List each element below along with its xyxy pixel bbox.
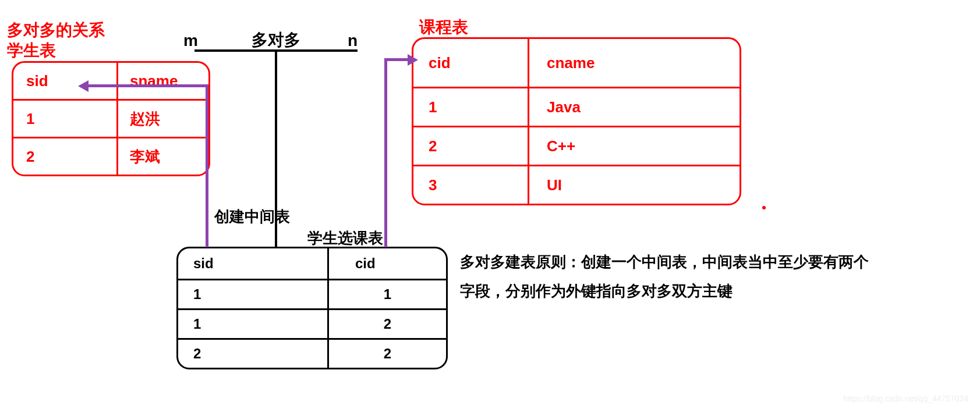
cell-sid: 2 — [13, 138, 118, 175]
cell-cid: 1 — [329, 280, 446, 308]
arrow-sid-vertical — [206, 84, 208, 247]
course-table: cid cname 1 Java 2 C++ 3 UI — [412, 37, 741, 205]
arrow-sid-horizontal — [89, 84, 208, 87]
col-cid-header: cid — [329, 248, 446, 279]
cell-cname: C++ — [529, 127, 740, 165]
junction-table: sid cid 1 1 1 2 2 2 — [176, 247, 448, 369]
arrow-sid-head-icon — [78, 80, 89, 92]
arrow-cid-head-icon — [408, 54, 418, 66]
relation-center-label: 多对多 — [252, 29, 300, 51]
course-table-title: 课程表 — [419, 16, 468, 38]
cell-sname: 赵洪 — [118, 101, 208, 137]
cell-sid: 2 — [178, 340, 329, 368]
col-cname-header: cname — [529, 39, 740, 87]
col-sid-header: sid — [13, 63, 118, 99]
junction-table-title: 学生选课表 — [307, 228, 383, 248]
cell-sid: 1 — [13, 101, 118, 137]
arrow-cid-horizontal — [384, 58, 409, 61]
table-row: 1 赵洪 — [13, 99, 208, 137]
cell-sname: 李斌 — [118, 138, 208, 175]
cell-cid: 2 — [329, 310, 446, 338]
relation-m-label: m — [183, 31, 198, 50]
title-relationship: 多对多的关系 — [7, 19, 105, 41]
table-header-row: sid cid — [178, 248, 446, 279]
cell-cid: 2 — [413, 127, 529, 165]
student-table-title: 学生表 — [7, 40, 56, 62]
cell-cid: 3 — [413, 166, 529, 204]
table-header-row: sid sname — [13, 63, 208, 99]
table-row: 2 C++ — [413, 126, 740, 165]
principle-text: 多对多建表原则：创建一个中间表，中间表当中至少要有两个 字段，分别作为外键指向多… — [460, 247, 869, 305]
arrow-cid-vertical — [384, 58, 387, 247]
col-cid-header: cid — [413, 39, 529, 87]
cell-sid: 1 — [178, 310, 329, 338]
col-sid-header: sid — [178, 248, 329, 279]
watermark-text: https://blog.csdn.net/qq_44757034 — [843, 394, 968, 403]
stray-dot-icon — [762, 206, 766, 209]
table-row: 1 2 — [178, 308, 446, 338]
create-junction-label: 创建中间表 — [214, 207, 290, 227]
table-row: 3 UI — [413, 165, 740, 204]
cell-cid: 1 — [413, 88, 529, 126]
table-row: 2 2 — [178, 338, 446, 368]
cell-cname: UI — [529, 166, 740, 204]
cell-cname: Java — [529, 88, 740, 126]
table-row: 1 Java — [413, 87, 740, 126]
cell-sid: 1 — [178, 280, 329, 308]
cell-cid: 2 — [329, 340, 446, 368]
col-sname-header: sname — [118, 63, 208, 99]
table-row: 1 1 — [178, 279, 446, 308]
table-row: 2 李斌 — [13, 137, 208, 175]
relation-n-label: n — [348, 31, 358, 50]
student-table: sid sname 1 赵洪 2 李斌 — [12, 61, 210, 176]
table-header-row: cid cname — [413, 39, 740, 87]
